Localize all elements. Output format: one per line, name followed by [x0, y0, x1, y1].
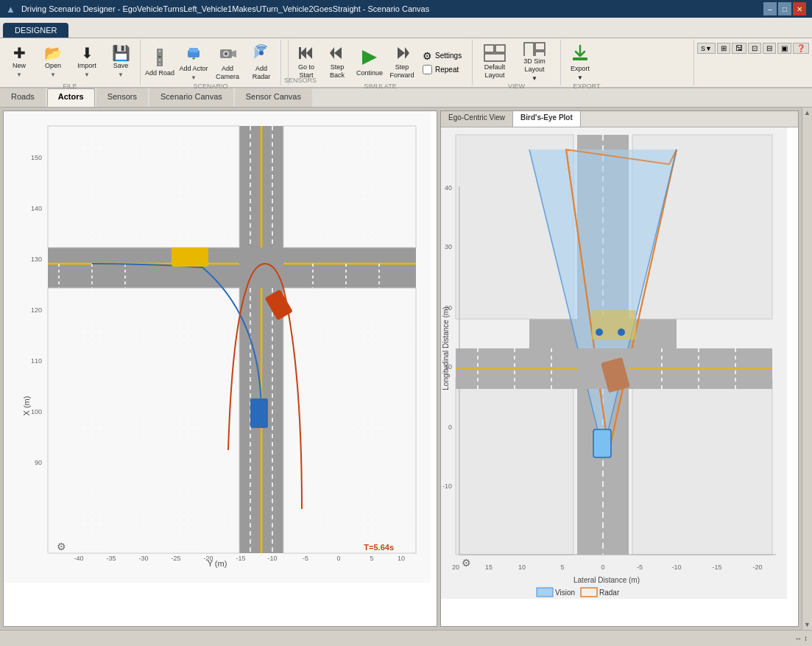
view-label: VIEW [476, 82, 557, 91]
svg-text:-25: -25 [171, 555, 180, 562]
bev-gear-icon[interactable]: ⚙ [462, 557, 471, 569]
add-radar-button[interactable]: Add Radar [245, 41, 278, 82]
svg-rect-108 [581, 588, 597, 597]
tab-scenario-canvas[interactable]: Scenario Canvas [149, 88, 233, 107]
svg-text:10: 10 [398, 555, 405, 562]
export-dropdown-icon: ▼ [577, 74, 583, 81]
settings-icon: ⚙ [423, 50, 432, 62]
new-button[interactable]: ✚ New ▼ [3, 41, 35, 82]
repeat-label: Repeat [435, 66, 459, 74]
svg-text:30: 30 [445, 243, 452, 250]
open-dropdown-icon: ▼ [50, 71, 56, 78]
svg-marker-17 [398, 47, 405, 59]
go-to-start-icon [297, 44, 315, 62]
export-section: Export ▼ EXPORT [561, 40, 612, 85]
save-icon: 💾 [112, 46, 130, 60]
settings-row: ⚙ Settings [423, 50, 462, 62]
export-button[interactable]: Export ▼ [564, 41, 596, 82]
toolbar-icon5[interactable]: ▣ [777, 43, 791, 54]
toolbar-icon6[interactable]: ❓ [793, 43, 809, 54]
step-back-button[interactable]: Step Back [322, 41, 352, 82]
export-buttons: Export ▼ [564, 41, 610, 82]
scenario-section: + Add Road + Add Actor ▼ [141, 40, 281, 85]
continue-icon [359, 47, 380, 68]
window-controls: – □ ✕ [763, 2, 806, 15]
tab-actors[interactable]: Actors [47, 88, 95, 107]
svg-text:-20: -20 [203, 555, 213, 562]
save-button[interactable]: 💾 Save ▼ [105, 41, 137, 82]
canvas-gear-icon[interactable]: ⚙ [57, 541, 66, 552]
svg-text:-30: -30 [138, 555, 148, 562]
svg-text:-15: -15 [712, 564, 721, 571]
designer-tab-bar: DESIGNER [0, 18, 812, 38]
sensors-label: SENSORS [284, 77, 285, 85]
simulate-buttons: Go to Start Step Back Continue [292, 41, 469, 82]
toolbar-icon4[interactable]: ⊟ [763, 43, 776, 54]
svg-rect-58 [283, 126, 416, 247]
svg-text:120: 120 [31, 306, 42, 314]
tab-roads[interactable]: Roads [0, 88, 46, 107]
svg-marker-16 [362, 50, 377, 65]
default-layout-icon [484, 44, 506, 62]
svg-text:130: 130 [31, 256, 42, 263]
repeat-checkbox[interactable] [423, 65, 432, 74]
designer-tab-item[interactable]: DESIGNER [3, 23, 68, 38]
svg-rect-60 [283, 288, 416, 553]
statusbar-right: ↔ ↕ [794, 634, 808, 642]
svg-rect-72 [632, 378, 772, 555]
open-icon: 📂 [44, 46, 63, 60]
minimize-button[interactable]: – [763, 2, 777, 15]
tab-sensor-canvas[interactable]: Sensor Canvas [235, 88, 312, 107]
svg-point-8 [225, 52, 227, 55]
main-scrollbar[interactable]: ▲ ▼ [802, 108, 812, 630]
view-buttons: Default Layout 3D Sim Layout ▼ [476, 41, 557, 82]
default-layout-button[interactable]: Default Layout [476, 41, 514, 82]
svg-text:-35: -35 [106, 555, 116, 562]
import-dropdown-icon: ▼ [84, 71, 90, 78]
y-axis-label-bev: Longitudinal Distance (m) [442, 306, 450, 390]
step-back-icon [328, 44, 346, 62]
toolbar-icon3[interactable]: ⊡ [748, 43, 761, 54]
import-button[interactable]: ⬇ Import ▼ [71, 41, 103, 82]
toolbar-s-btn[interactable]: S▼ [697, 43, 716, 54]
open-button[interactable]: 📂 Open ▼ [37, 41, 69, 82]
right-panel-tabs: Ego-Centric View Bird's-Eye Plot [441, 111, 798, 127]
add-actor-icon: + [183, 43, 204, 63]
simulate-label: SIMULATE [292, 82, 469, 91]
svg-rect-22 [524, 43, 534, 56]
svg-text:0: 0 [601, 564, 604, 571]
svg-rect-59 [48, 288, 239, 553]
toolbar-icon2[interactable]: 🖫 [732, 43, 746, 54]
tab-sensors[interactable]: Sensors [96, 88, 148, 107]
add-road-button[interactable]: + Add Road [144, 41, 176, 82]
continue-button[interactable]: Continue [353, 41, 386, 82]
svg-text:10: 10 [518, 564, 526, 571]
maximize-button[interactable]: □ [778, 2, 791, 15]
export-icon [570, 43, 590, 63]
svg-text:100: 100 [31, 408, 42, 415]
svg-marker-14 [334, 47, 342, 59]
add-actor-button[interactable]: + Add Actor ▼ [177, 41, 210, 82]
tab-ego-centric[interactable]: Ego-Centric View [441, 111, 513, 127]
svg-rect-13 [299, 47, 301, 59]
settings-area: ⚙ Settings Repeat [418, 50, 466, 74]
3d-sim-button[interactable]: 3D Sim Layout ▼ [515, 41, 554, 82]
tab-birds-eye[interactable]: Bird's-Eye Plot [513, 111, 581, 127]
step-forward-button[interactable]: Step Forward [387, 41, 417, 82]
svg-rect-21 [484, 54, 505, 61]
view-section: Default Layout 3D Sim Layout ▼ VIEW [473, 40, 561, 85]
add-radar-icon [251, 43, 272, 63]
vehicle2-yellow [172, 247, 208, 267]
new-dropdown-icon: ▼ [16, 71, 22, 78]
svg-text:-10: -10 [671, 564, 681, 571]
export-label: EXPORT [564, 82, 610, 91]
svg-text:-20: -20 [752, 564, 762, 571]
svg-text:0: 0 [448, 424, 452, 431]
go-to-start-button[interactable]: Go to Start [292, 41, 321, 82]
close-button[interactable]: ✕ [793, 2, 806, 15]
toolbar-icon1[interactable]: ⊞ [717, 43, 730, 54]
add-actor-dropdown-icon: ▼ [191, 74, 197, 81]
save-dropdown-icon: ▼ [118, 71, 124, 78]
step-forward-icon [393, 44, 411, 62]
add-camera-button[interactable]: Add Camera [211, 41, 244, 82]
